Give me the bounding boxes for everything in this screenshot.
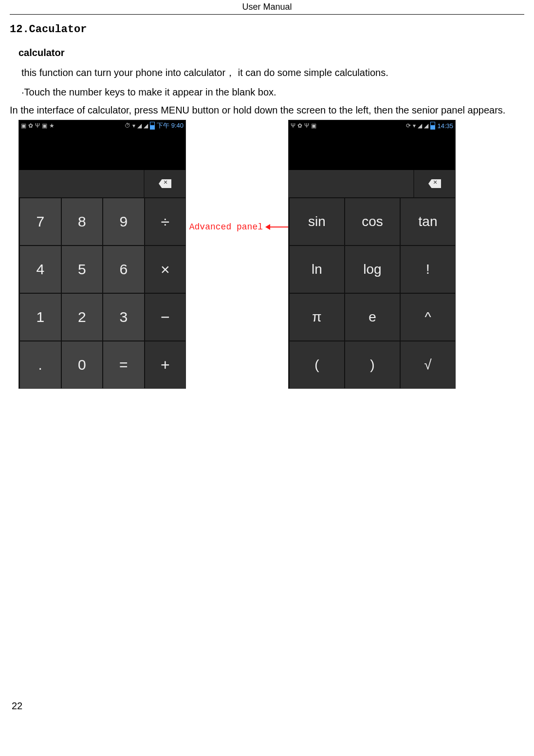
- usb2-icon: Ψ: [304, 122, 309, 129]
- backspace-icon: [428, 179, 441, 188]
- screenshot-icon: ▣: [311, 122, 316, 129]
- key-log[interactable]: log: [344, 245, 400, 293]
- display-spacer: [19, 131, 185, 170]
- key-4[interactable]: 4: [19, 245, 61, 293]
- backspace-button[interactable]: [144, 170, 185, 197]
- annotation-advanced-panel: Advanced panel: [189, 222, 288, 232]
- key-2[interactable]: 2: [61, 293, 103, 340]
- section-heading: 12. Caculator: [10, 23, 524, 36]
- section-number: 12.: [10, 23, 29, 36]
- calc-display[interactable]: [19, 170, 144, 197]
- key-sin[interactable]: sin: [289, 197, 344, 245]
- backspace-icon: [159, 179, 171, 188]
- battery-icon: [150, 122, 155, 130]
- screenshot-advanced-calculator: Ψ ✿ Ψ ▣ ⟳ ▾ ◢ ◢ 14:35: [288, 120, 456, 389]
- key-cos[interactable]: cos: [344, 197, 400, 245]
- key-plus[interactable]: +: [144, 340, 186, 388]
- key-pi[interactable]: π: [289, 293, 344, 340]
- key-power[interactable]: ^: [400, 293, 455, 340]
- key-sqrt[interactable]: √: [400, 340, 455, 388]
- signal-icon: ◢: [137, 122, 142, 129]
- key-7[interactable]: 7: [19, 197, 61, 245]
- wifi-icon: ▾: [413, 122, 416, 129]
- key-factorial[interactable]: !: [400, 245, 455, 293]
- page-number: 22: [10, 700, 524, 712]
- key-tan[interactable]: tan: [400, 197, 455, 245]
- key-ln[interactable]: ln: [289, 245, 344, 293]
- screenshot-basic-calculator: ▣ ✿ Ψ ▣ ★ ⏱ ▾ ◢ ◢ 下午 9:40: [18, 120, 186, 389]
- status-bar: Ψ ✿ Ψ ▣ ⟳ ▾ ◢ ◢ 14:35: [289, 120, 455, 131]
- backspace-button[interactable]: [413, 170, 455, 197]
- key-e[interactable]: e: [344, 293, 400, 340]
- key-lparen[interactable]: (: [289, 340, 344, 388]
- key-0[interactable]: 0: [61, 340, 103, 388]
- key-3[interactable]: 3: [102, 293, 144, 340]
- key-multiply[interactable]: ×: [144, 245, 186, 293]
- arrow-left-icon: [266, 227, 288, 227]
- settings-icon: ✿: [297, 122, 302, 129]
- section-title-text: Caculator: [29, 23, 87, 36]
- sync-icon: ⟳: [406, 122, 411, 129]
- annotation-label: Advanced panel: [189, 222, 263, 232]
- star-icon: ★: [49, 122, 55, 129]
- bullet-text: ·Touch the number keys to make it appear…: [21, 87, 524, 98]
- signal-icon: ◢: [418, 122, 422, 129]
- key-5[interactable]: 5: [61, 245, 103, 293]
- battery-icon: [430, 122, 435, 130]
- wifi-icon: ▾: [132, 122, 135, 129]
- clock-text: 下午 9:40: [157, 121, 184, 130]
- key-divide[interactable]: ÷: [144, 197, 186, 245]
- sub-heading: calculator: [18, 47, 524, 58]
- clock-text: 14:35: [437, 122, 453, 130]
- usb-icon: Ψ: [291, 122, 295, 129]
- key-9[interactable]: 9: [102, 197, 144, 245]
- key-equals[interactable]: =: [102, 340, 144, 388]
- page-header: User Manual: [10, 0, 524, 15]
- calc-display[interactable]: [289, 170, 413, 197]
- instruction-text: In the interface of calculator, press ME…: [10, 105, 524, 116]
- key-1[interactable]: 1: [19, 293, 61, 340]
- display-spacer: [289, 131, 455, 170]
- alarm-icon: ⏱: [125, 122, 130, 129]
- settings-icon: ✿: [28, 122, 33, 129]
- key-6[interactable]: 6: [102, 245, 144, 293]
- key-minus[interactable]: −: [144, 293, 186, 340]
- status-bar: ▣ ✿ Ψ ▣ ★ ⏱ ▾ ◢ ◢ 下午 9:40: [19, 120, 185, 131]
- notif-icon: ▣: [21, 122, 26, 129]
- msg-icon: ▣: [42, 122, 47, 129]
- key-rparen[interactable]: ): [344, 340, 400, 388]
- key-dot[interactable]: .: [19, 340, 61, 388]
- usb-icon: Ψ: [35, 122, 40, 129]
- intro-text: this function can turn your phone into c…: [21, 65, 524, 80]
- signal2-icon: ◢: [424, 122, 428, 129]
- key-8[interactable]: 8: [61, 197, 103, 245]
- signal2-icon: ◢: [144, 122, 148, 129]
